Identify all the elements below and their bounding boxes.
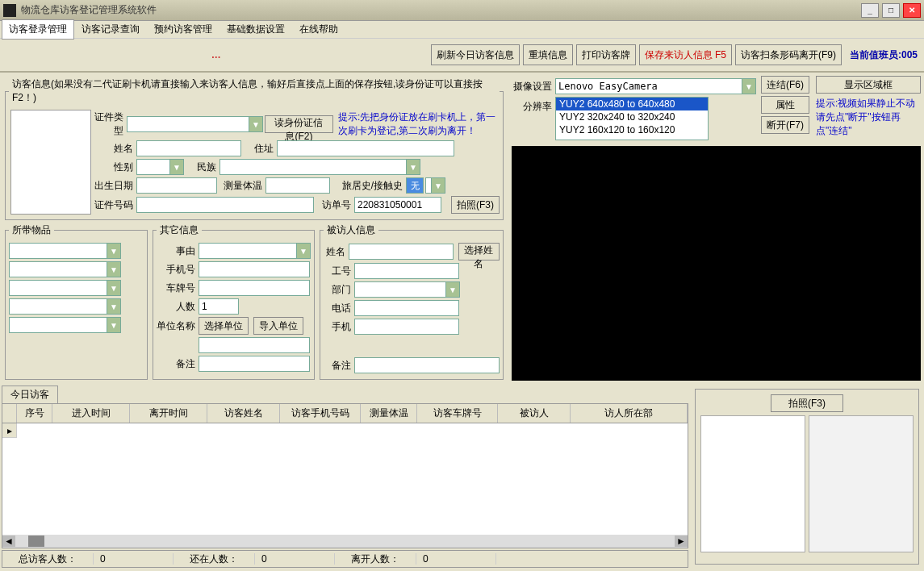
count-label: 人数 bbox=[157, 300, 197, 314]
scan-leave-button[interactable]: 访客扫条形码离开(F9) bbox=[735, 44, 842, 65]
host-mobile-input[interactable] bbox=[354, 319, 459, 335]
gender-combo[interactable]: ▼ bbox=[136, 159, 184, 175]
left-label: 离开人数： bbox=[335, 552, 416, 566]
app-icon bbox=[3, 4, 16, 17]
col-enter-time[interactable]: 进入时间 bbox=[52, 404, 130, 423]
host-fieldset: 被访人信息 姓名选择姓名 工号 部门▼ 电话 手机 备注 bbox=[320, 223, 504, 380]
save-button[interactable]: 保存来访人信息 F5 bbox=[639, 44, 732, 65]
col-host[interactable]: 被访人 bbox=[498, 404, 571, 423]
chevron-down-icon[interactable]: ▼ bbox=[107, 281, 120, 295]
idnum-input[interactable] bbox=[136, 197, 314, 213]
chevron-down-icon[interactable]: ▼ bbox=[296, 244, 310, 258]
window-title: 物流仓库访客登记管理系统软件 bbox=[21, 3, 861, 17]
other-legend: 其它信息 bbox=[157, 223, 202, 237]
count-input[interactable] bbox=[199, 298, 239, 315]
today-tab[interactable]: 今日访客 bbox=[2, 386, 58, 403]
reason-combo[interactable]: ▼ bbox=[199, 243, 311, 259]
visitno-input[interactable] bbox=[354, 197, 441, 213]
visitor-fieldset: 访客信息(如果没有二代证刷卡机请直接输入来访客人信息，输好后直接点上面的保存按钮… bbox=[5, 77, 504, 220]
menu-help[interactable]: 在线帮助 bbox=[292, 19, 345, 40]
ethnic-label: 民族 bbox=[186, 160, 218, 174]
snapshot-slot-1 bbox=[700, 415, 805, 552]
select-name-button[interactable]: 选择姓名 bbox=[458, 243, 500, 260]
row-indicator bbox=[2, 404, 17, 423]
close-button[interactable]: ✕ bbox=[903, 3, 921, 18]
camera-hint: 提示:视频如果静止不动请先点"断开"按钮再点"连结" bbox=[816, 97, 921, 138]
menu-basic-data[interactable]: 基础数据设置 bbox=[220, 19, 292, 40]
chevron-down-icon[interactable]: ▼ bbox=[445, 282, 459, 297]
reason-label: 事由 bbox=[157, 244, 197, 258]
calendar-icon[interactable]: 无 bbox=[406, 177, 424, 194]
unit-input[interactable] bbox=[199, 337, 310, 353]
col-seq[interactable]: 序号 bbox=[17, 404, 52, 423]
grid-body[interactable]: ▸ bbox=[2, 423, 688, 535]
left-value: 0 bbox=[416, 553, 496, 565]
chevron-down-icon[interactable]: ▼ bbox=[431, 178, 445, 193]
phone-input[interactable] bbox=[199, 261, 310, 277]
name-input[interactable] bbox=[136, 140, 241, 156]
col-temp[interactable]: 测量体温 bbox=[361, 404, 417, 423]
refresh-button[interactable]: 刷新今日访客信息 bbox=[431, 44, 520, 65]
res-option-1[interactable]: YUY2 320x240 to 320x240 bbox=[556, 110, 708, 123]
properties-button[interactable]: 属性 bbox=[761, 96, 809, 114]
host-note-input[interactable] bbox=[354, 357, 500, 373]
chevron-down-icon[interactable]: ▼ bbox=[742, 79, 755, 94]
maximize-button[interactable]: □ bbox=[882, 3, 900, 18]
camera-device-combo[interactable]: ▼ bbox=[555, 78, 756, 94]
col-visitor-phone[interactable]: 访客手机号码 bbox=[280, 404, 361, 423]
chevron-down-icon[interactable]: ▼ bbox=[107, 244, 120, 258]
temp-input[interactable] bbox=[265, 177, 330, 194]
horizontal-scrollbar[interactable]: ◄► bbox=[2, 535, 688, 548]
connect-button[interactable]: 连结(F6) bbox=[761, 76, 809, 94]
item-combo-4[interactable]: ▼ bbox=[9, 298, 121, 315]
dob-input[interactable] bbox=[136, 177, 217, 194]
host-dept-combo[interactable]: ▼ bbox=[354, 281, 460, 298]
host-emp-input[interactable] bbox=[354, 263, 459, 279]
chevron-down-icon[interactable]: ▼ bbox=[249, 117, 262, 131]
chevron-down-icon[interactable]: ▼ bbox=[406, 160, 420, 174]
import-unit-button[interactable]: 导入单位 bbox=[253, 317, 303, 335]
show-area-button[interactable]: 显示区域框 bbox=[816, 76, 921, 94]
refill-button[interactable]: 重填信息 bbox=[523, 44, 573, 65]
chevron-down-icon[interactable]: ▼ bbox=[107, 262, 120, 277]
item-combo-2[interactable]: ▼ bbox=[9, 261, 121, 277]
item-combo-5[interactable]: ▼ bbox=[9, 317, 121, 333]
item-combo-3[interactable]: ▼ bbox=[9, 280, 121, 296]
col-leave-time[interactable]: 离开时间 bbox=[130, 404, 207, 423]
read-id-button[interactable]: 读身份证信息(F2) bbox=[265, 115, 333, 133]
disconnect-button[interactable]: 断开(F7) bbox=[761, 116, 809, 134]
travel-combo[interactable]: ▼ bbox=[425, 177, 445, 194]
resolution-list[interactable]: YUY2 640x480 to 640x480 YUY2 320x240 to … bbox=[555, 97, 709, 140]
chevron-down-icon[interactable]: ▼ bbox=[169, 160, 183, 174]
items-legend: 所带物品 bbox=[9, 223, 54, 237]
col-host-dept[interactable]: 访人所在部 bbox=[571, 404, 688, 423]
menu-appointment[interactable]: 预约访客管理 bbox=[147, 19, 220, 40]
host-tel-input[interactable] bbox=[354, 300, 459, 316]
snapshot-button[interactable]: 拍照(F3) bbox=[771, 394, 843, 412]
select-unit-button[interactable]: 选择单位 bbox=[199, 317, 249, 335]
print-button[interactable]: 打印访客牌 bbox=[576, 44, 636, 65]
travel-label: 旅居史/接触史 bbox=[332, 179, 404, 193]
addr-input[interactable] bbox=[277, 140, 454, 156]
toolbar: … 刷新今日访客信息 重填信息 打印访客牌 保存来访人信息 F5 访客扫条形码离… bbox=[0, 39, 924, 73]
name-label: 姓名 bbox=[93, 142, 135, 156]
item-combo-1[interactable]: ▼ bbox=[9, 243, 121, 259]
menu-visitor-query[interactable]: 访客记录查询 bbox=[74, 19, 147, 40]
res-option-0[interactable]: YUY2 640x480 to 640x480 bbox=[556, 98, 708, 110]
host-name-input[interactable] bbox=[349, 244, 454, 260]
chevron-down-icon[interactable]: ▼ bbox=[107, 318, 120, 332]
menu-visitor-register[interactable]: 访客登录管理 bbox=[2, 19, 74, 40]
minimize-button[interactable]: _ bbox=[861, 3, 879, 18]
id-type-combo[interactable]: ▼ bbox=[127, 116, 263, 132]
res-option-2[interactable]: YUY2 160x120 to 160x120 bbox=[556, 123, 708, 136]
chevron-down-icon[interactable]: ▼ bbox=[107, 299, 120, 314]
col-visitor-name[interactable]: 访客姓名 bbox=[207, 404, 280, 423]
snapshot-panel: 拍照(F3) bbox=[695, 389, 919, 565]
dob-label: 出生日期 bbox=[93, 179, 135, 193]
car-input[interactable] bbox=[199, 280, 310, 296]
take-photo-button[interactable]: 拍照(F3) bbox=[451, 196, 500, 214]
col-car[interactable]: 访客车牌号 bbox=[417, 404, 498, 423]
ethnic-combo[interactable]: ▼ bbox=[220, 159, 420, 175]
present-value: 0 bbox=[254, 553, 335, 565]
other-note-input[interactable] bbox=[199, 356, 310, 372]
